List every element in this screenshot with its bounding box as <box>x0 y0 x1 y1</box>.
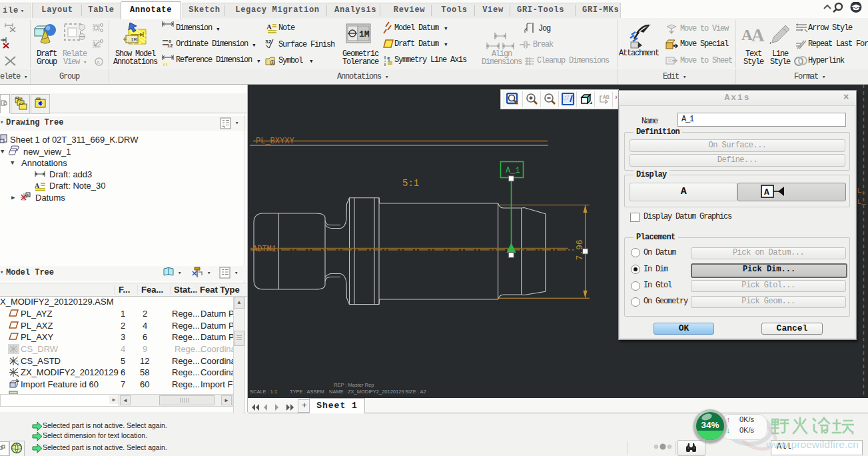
svg-text:a: a <box>27 193 29 197</box>
svg-text:x: x <box>17 362 19 366</box>
svg-text:12: 12 <box>167 43 173 48</box>
svg-text:A_1: A_1 <box>506 166 520 175</box>
svg-text:PL_BXYXY: PL_BXYXY <box>256 137 294 146</box>
svg-text:x: x <box>17 373 19 377</box>
svg-text:A: A <box>764 187 769 197</box>
svg-text:SIZE : A2: SIZE : A2 <box>405 389 426 395</box>
svg-text:NAME : ZX_MODIFY2_20120129: NAME : ZX_MODIFY2_20120129 <box>329 389 404 395</box>
svg-text:5:1: 5:1 <box>402 178 419 189</box>
svg-text:REP : Master Rep: REP : Master Rep <box>334 382 374 388</box>
svg-text:A: A <box>97 59 100 65</box>
svg-text:A: A <box>751 25 765 43</box>
svg-text:AB: AB <box>603 94 610 100</box>
svg-text:1M: 1M <box>359 29 370 39</box>
svg-text:¶: ¶ <box>387 56 390 62</box>
svg-text:A: A <box>266 23 272 31</box>
svg-text:.1M: .1M <box>127 37 137 43</box>
svg-text:TYPE : ASSEM: TYPE : ASSEM <box>290 389 324 395</box>
svg-text:SCALE : 1:1: SCALE : 1:1 <box>250 389 277 395</box>
svg-text:(): () <box>163 63 168 67</box>
svg-text:A: A <box>271 61 274 66</box>
svg-text:ADTM1: ADTM1 <box>252 245 276 254</box>
